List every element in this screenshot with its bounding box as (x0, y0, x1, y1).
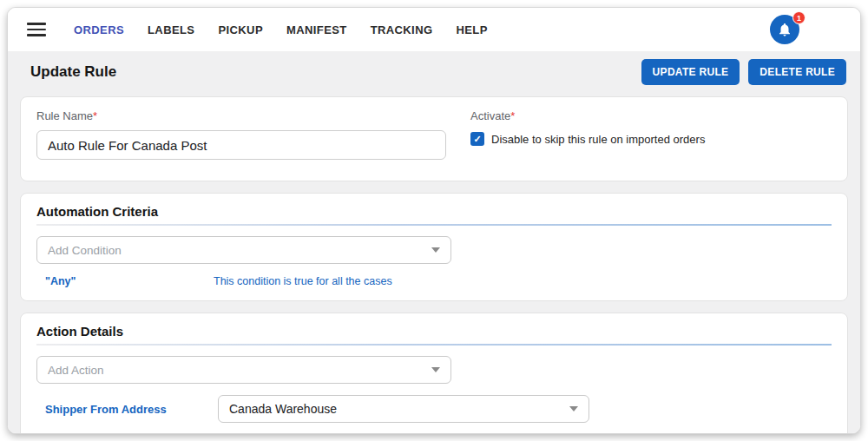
nav-item-tracking[interactable]: TRACKING (371, 23, 433, 36)
nav-item-orders[interactable]: ORDERS (74, 23, 124, 36)
notifications-button[interactable]: 1 (770, 15, 799, 44)
header-buttons: UPDATE RULE DELETE RULE (641, 59, 846, 85)
page-header: Update Rule UPDATE RULE DELETE RULE (8, 51, 860, 96)
add-condition-select[interactable]: Add Condition (36, 236, 451, 264)
activate-label: Activate* (470, 109, 705, 122)
nav-item-labels[interactable]: LABELS (148, 23, 194, 36)
nav-items: ORDERS LABELS PICKUP MANIFEST TRACKING H… (74, 23, 488, 36)
add-action-select[interactable]: Add Action (36, 356, 451, 384)
chevron-down-icon (431, 367, 440, 372)
check-icon: ✓ (473, 134, 481, 145)
shipper-from-address-row: Shipper From Address Canada Warehouse (36, 395, 832, 423)
activate-checkbox-label: Disable to skip this rule on imported or… (491, 133, 705, 146)
automation-criteria-heading: Automation Criteria (36, 204, 832, 219)
nav-item-help[interactable]: HELP (456, 23, 487, 36)
chevron-down-icon (569, 406, 578, 411)
activate-field-group: Activate* ✓ Disable to skip this rule on… (470, 109, 705, 160)
automation-criteria-card: Automation Criteria Add Condition "Any" … (20, 193, 848, 301)
condition-note: This condition is true for all the cases (214, 275, 392, 287)
shipper-from-address-value: Canada Warehouse (229, 402, 337, 416)
shipper-from-address-select[interactable]: Canada Warehouse (218, 395, 589, 423)
rule-name-input[interactable] (36, 130, 446, 160)
hamburger-menu-icon[interactable] (27, 19, 46, 40)
add-condition-placeholder: Add Condition (48, 244, 122, 257)
nav-item-pickup[interactable]: PICKUP (218, 23, 263, 36)
page-title: Update Rule (30, 63, 116, 81)
rule-name-label: Rule Name* (36, 109, 470, 122)
delete-rule-button[interactable]: DELETE RULE (748, 59, 846, 85)
condition-summary-row: "Any" This condition is true for all the… (36, 275, 832, 287)
required-asterisk: * (93, 109, 97, 122)
any-condition-label[interactable]: "Any" (45, 275, 214, 287)
heading-divider (36, 344, 832, 346)
rule-name-field-group: Rule Name* (36, 109, 470, 160)
activate-checkbox-row[interactable]: ✓ Disable to skip this rule on imported … (470, 132, 705, 146)
rule-card: Rule Name* Activate* ✓ Disable to skip t… (20, 96, 848, 181)
app-window: ORDERS LABELS PICKUP MANIFEST TRACKING H… (7, 7, 861, 434)
update-rule-button[interactable]: UPDATE RULE (641, 59, 740, 85)
heading-divider (36, 224, 832, 226)
action-details-card: Action Details Add Action Shipper From A… (20, 313, 848, 434)
add-action-placeholder: Add Action (48, 364, 104, 377)
action-details-heading: Action Details (36, 324, 832, 339)
shipper-from-address-label: Shipper From Address (36, 403, 218, 416)
chevron-down-icon (431, 247, 440, 253)
page-content: Update Rule UPDATE RULE DELETE RULE Rule… (8, 51, 860, 434)
top-navbar: ORDERS LABELS PICKUP MANIFEST TRACKING H… (8, 8, 860, 51)
nav-item-manifest[interactable]: MANIFEST (286, 23, 347, 36)
notification-count-badge: 1 (792, 11, 806, 24)
activate-checkbox[interactable]: ✓ (470, 132, 484, 146)
required-asterisk: * (510, 109, 515, 122)
